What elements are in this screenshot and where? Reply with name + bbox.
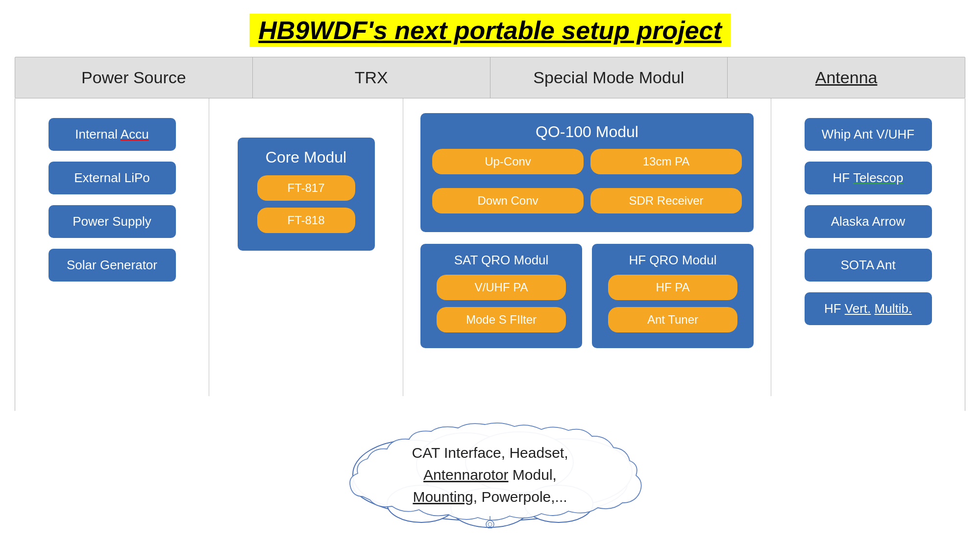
page-title: HB9WDF's next portable setup project: [249, 14, 731, 47]
cloud-line3: Mounting, Powerpole,...: [413, 489, 567, 505]
lower-boxes: SAT QRO Modul V/UHF PA Mode S FIlter HF …: [420, 244, 754, 348]
hf-vert-multib-btn[interactable]: HF Vert. Multib.: [805, 292, 932, 325]
hf-pa-btn[interactable]: HF PA: [608, 275, 738, 300]
hf-telescop-btn[interactable]: HF Telescop: [805, 162, 932, 194]
sdr-receiver-btn[interactable]: SDR Receiver: [590, 188, 742, 213]
header-power-source: Power Source: [15, 57, 253, 98]
title-bar: HB9WDF's next portable setup project: [0, 0, 980, 57]
sat-qro-box: SAT QRO Modul V/UHF PA Mode S FIlter: [420, 244, 582, 348]
mode-s-filter-btn[interactable]: Mode S FIlter: [437, 307, 566, 332]
solar-generator-btn[interactable]: Solar Generator: [49, 249, 176, 282]
whip-ant-btn[interactable]: Whip Ant V/UHF: [805, 118, 932, 151]
core-modul-box: Core Modul FT-817 FT-818: [238, 138, 375, 251]
ft817-btn[interactable]: FT-817: [257, 175, 355, 201]
power-source-col: Internal Accu External LiPo Power Supply…: [15, 98, 209, 396]
main-content: Internal Accu External LiPo Power Supply…: [15, 98, 965, 411]
special-mode-col: QO-100 Modul Up-Conv 13cm PA Down Conv S…: [403, 98, 771, 396]
cloud-line2: Antennarotor Modul,: [423, 467, 557, 483]
header-row: Power Source TRX Special Mode Modul Ante…: [15, 57, 965, 98]
header-trx: TRX: [253, 57, 490, 98]
hf-qro-box: HF QRO Modul HF PA Ant Tuner: [592, 244, 754, 348]
page: HB9WDF's next portable setup project Pow…: [0, 0, 980, 543]
external-lipo-btn[interactable]: External LiPo: [49, 162, 176, 194]
qo100-title: QO-100 Modul: [432, 123, 742, 141]
sota-ant-btn[interactable]: SOTA Ant: [805, 249, 932, 282]
header-antenna: Antenna: [728, 57, 965, 98]
ant-tuner-btn[interactable]: Ant Tuner: [608, 307, 738, 332]
header-special-mode: Special Mode Modul: [490, 57, 728, 98]
vuhf-pa-btn[interactable]: V/UHF PA: [437, 275, 566, 300]
core-modul-title: Core Modul: [266, 148, 346, 166]
power-supply-btn[interactable]: Power Supply: [49, 205, 176, 238]
internal-accu-btn[interactable]: Internal Accu: [49, 118, 176, 151]
cloud-line1: CAT Interface, Headset,: [412, 445, 568, 461]
alaska-arrow-btn[interactable]: Alaska Arrow: [805, 205, 932, 238]
ft818-btn[interactable]: FT-818: [257, 208, 355, 233]
qo100-modul-box: QO-100 Modul Up-Conv 13cm PA Down Conv S…: [420, 113, 754, 232]
trx-col: Core Modul FT-817 FT-818: [209, 98, 403, 396]
cloud-container: CAT Interface, Headset, Antennarotor Mod…: [323, 421, 657, 528]
up-conv-btn[interactable]: Up-Conv: [432, 149, 584, 174]
13cm-pa-btn[interactable]: 13cm PA: [590, 149, 742, 174]
down-conv-btn[interactable]: Down Conv: [432, 188, 584, 213]
cloud-section: CAT Interface, Headset, Antennarotor Mod…: [15, 411, 965, 543]
antenna-col: Whip Ant V/UHF HF Telescop Alaska Arrow …: [771, 98, 965, 396]
cloud-text: CAT Interface, Headset, Antennarotor Mod…: [412, 442, 568, 508]
hf-qro-title: HF QRO Modul: [629, 253, 716, 268]
sat-qro-title: SAT QRO Modul: [454, 253, 549, 268]
qo100-grid: Up-Conv 13cm PA Down Conv SDR Receiver: [432, 149, 742, 220]
